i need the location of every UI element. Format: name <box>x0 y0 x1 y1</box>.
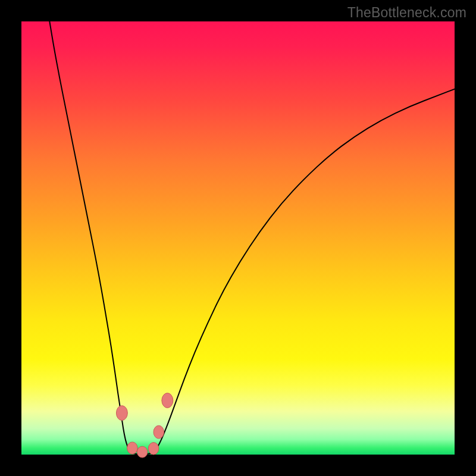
curve-marker-3 <box>148 443 158 455</box>
v-curve <box>49 21 455 454</box>
curve-marker-2 <box>137 446 147 458</box>
curve-marker-1 <box>127 442 137 454</box>
chart-svg <box>21 21 455 455</box>
curve-marker-4 <box>154 425 164 439</box>
curve-marker-0 <box>116 406 127 421</box>
bottleneck-curve <box>49 21 455 454</box>
watermark-text: TheBottleneck.com <box>347 5 466 21</box>
curve-markers <box>116 393 173 458</box>
chart-frame: TheBottleneck.com <box>0 0 476 476</box>
curve-marker-5 <box>162 393 173 408</box>
